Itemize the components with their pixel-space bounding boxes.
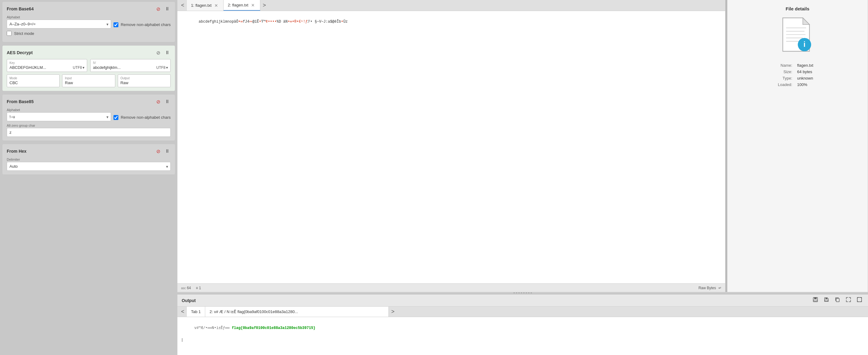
iv-label: IV (93, 61, 168, 65)
loaded-label: Loaded: (734, 81, 795, 88)
copy-button[interactable] (833, 296, 842, 305)
delimiter-select-wrapper[interactable]: Auto (7, 162, 170, 171)
strict-mode-label[interactable]: Strict mode (14, 31, 34, 36)
base85-alphabet-select-wrapper[interactable]: !–u (7, 112, 111, 121)
svg-rect-15 (857, 297, 862, 302)
output-box[interactable]: Output Raw (118, 75, 170, 87)
card-actions: ⊘ ⏸ (155, 5, 170, 12)
from-base85-title: From Base85 (7, 99, 34, 104)
editor-red-2: ∾ (249, 20, 252, 24)
base85-alphabet-select[interactable]: !–u (7, 112, 111, 121)
aes-pause-button[interactable]: ⏸ (164, 49, 170, 56)
output-next-icon: > (391, 308, 395, 315)
file-icon-container: i (779, 16, 816, 56)
iv-field[interactable]: IV abcdefghijklm... UTF8 ▾ (90, 59, 170, 72)
status-left: asc 64 ≡ 1 (181, 286, 201, 290)
line-count: ≡ 1 (196, 286, 201, 290)
delimiter-select[interactable]: Auto (7, 162, 170, 171)
output-header: Output (177, 294, 868, 307)
expand-button[interactable] (844, 296, 853, 305)
remove-label[interactable]: Remove non-alphabet chars (121, 22, 170, 27)
svg-rect-10 (814, 297, 817, 299)
editor-text-4: Ÿ™ (261, 20, 266, 24)
hex-pause-icon: ⏸ (165, 148, 170, 154)
file-size-row: Size: 64 bytes (734, 68, 862, 75)
svg-rect-14 (836, 298, 839, 302)
raw-bytes-label: Raw Bytes (699, 286, 716, 290)
hex-ban-icon: ⊘ (156, 148, 160, 154)
from-base85-card: From Base85 ⊘ ⏸ Alphabet !–u (2, 94, 175, 141)
editor-text: abcdefghijklmnopāŌ (199, 20, 239, 24)
hex-pause-button[interactable]: ⏸ (164, 148, 170, 154)
disable-button[interactable]: ⊘ (155, 5, 161, 12)
status-right: Raw Bytes ↵ (699, 286, 721, 290)
alphabet-select[interactable]: A–Za–z0–9+/= (7, 20, 111, 28)
iv-encoding[interactable]: UTF8 ▾ (156, 65, 168, 70)
file-details-title: File details (786, 6, 810, 11)
base85-disable-button[interactable]: ⊘ (155, 98, 161, 105)
delimiter-label: Delimiter (7, 157, 170, 161)
type-label: Type: (734, 75, 795, 81)
save-file-button[interactable] (811, 296, 820, 305)
key-iv-row: Key ABCDEFGHIJKLM... UTF8 ▾ IV abcdefghi… (7, 59, 170, 72)
input-box[interactable]: Input Raw (62, 75, 115, 87)
editor-area: < 1: flagen.txt ✕ 2: flagen.txt ✕ > abcd… (177, 0, 868, 292)
output-tab-prev[interactable]: < (179, 307, 187, 317)
tab-next-icon: > (263, 2, 266, 8)
output-flag: flag{0ba9af0100c01e88a3a1280ec5b39715} (232, 326, 316, 330)
save-button[interactable] (822, 296, 831, 305)
all-zero-input[interactable] (7, 128, 170, 137)
editor-text-3: @ïÊ (252, 20, 259, 24)
remove-checkbox[interactable] (114, 22, 118, 27)
base85-alphabet-value: !–u (9, 115, 15, 119)
strict-mode-row: Strict mode (7, 31, 170, 36)
editor-content[interactable]: abcdefghijklmnopāŌ•∞fJ4∾@ïÊ•Ÿ™¢••••%D äN… (177, 11, 725, 284)
tab-1-close[interactable]: ✕ (214, 3, 219, 8)
strict-mode-checkbox[interactable] (7, 31, 11, 36)
all-zero-label: All-zero group char (7, 124, 170, 127)
alphabet-value: A–Za–z0–9+/= (9, 22, 35, 26)
aes-disable-button[interactable]: ⊘ (155, 49, 161, 56)
output-tab-1[interactable]: Tab 1 (187, 307, 206, 317)
alphabet-row: Alphabet A–Za–z0–9+/= Remove non-alphabe… (7, 15, 170, 28)
hex-disable-button[interactable]: ⊘ (155, 148, 161, 154)
file-name-row: Name: flagen.txt (734, 62, 862, 68)
hex-card-header: From Hex ⊘ ⏸ (7, 148, 170, 154)
editor-text-2: fJ4 (243, 20, 250, 24)
base85-alphabet-row: Alphabet !–u Remove non-alphabet chars (7, 108, 170, 121)
alphabet-select-wrapper[interactable]: A–Za–z0–9+/= (7, 20, 111, 28)
svg-text:i: i (803, 40, 805, 48)
tab-next-button[interactable]: > (260, 0, 269, 11)
editor-red-1: •∞ (238, 20, 243, 24)
output-cursor: | (181, 338, 183, 342)
delimiter-value: Auto (9, 164, 18, 169)
editor-text-6: ℱ• §~V~J:a$@êÎb (307, 20, 341, 24)
tab-2-item[interactable]: 2: flagen.txt ✕ (224, 0, 260, 11)
key-encoding[interactable]: UTF8 ▾ (73, 65, 85, 70)
card-header: From Base64 ⊘ ⏸ (7, 5, 170, 12)
mode-box[interactable]: Mode CBC (7, 75, 60, 87)
tab-1-item[interactable]: 1: flagen.txt ✕ (187, 0, 224, 11)
output-content[interactable]: v#™Æ/•∞∞N•i±Êƒ∞∞ flag{0ba9af0100c01e88a3… (177, 317, 868, 355)
base85-pause-button[interactable]: ⏸ (164, 98, 170, 105)
key-field[interactable]: Key ABCDEFGHIJKLM... UTF8 ▾ (7, 59, 87, 72)
ban-icon: ⊘ (156, 6, 160, 12)
base85-remove-checkbox[interactable] (114, 115, 118, 120)
tab-prev-button[interactable]: < (179, 0, 187, 11)
output-label: Output (121, 77, 168, 80)
output-tab-2[interactable]: 2: v# Æ / N i±Ê flag{0ba9af0100c01e88a3a… (205, 307, 389, 317)
svg-rect-12 (826, 298, 827, 299)
base85-remove-label[interactable]: Remove non-alphabet chars (121, 115, 170, 120)
size-label: Size: (734, 68, 795, 75)
tab-2-close[interactable]: ✕ (250, 3, 256, 8)
editor-red-3: • (259, 20, 261, 24)
editor-red-5: •∞•®•∈¹!ƒ (288, 20, 308, 24)
remove-checkbox-row: Remove non-alphabet chars (114, 22, 170, 27)
fullscreen-button[interactable] (855, 296, 864, 305)
output-tab-next[interactable]: > (389, 307, 397, 317)
type-value: unknown (795, 75, 862, 81)
editor-status-bar: asc 64 ≡ 1 Raw Bytes ↵ (177, 284, 725, 292)
all-zero-group: All-zero group char (7, 124, 170, 137)
mode-label: Mode (9, 77, 57, 80)
pause-button[interactable]: ⏸ (164, 5, 170, 12)
